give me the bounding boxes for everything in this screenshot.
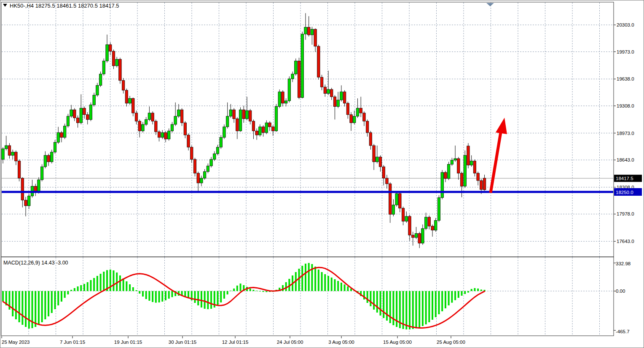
candle: [200, 178, 203, 183]
candle: [399, 194, 401, 208]
chart-canvas[interactable]: 20303.019973.019638.019308.018973.018643…: [0, 0, 644, 348]
macd-bar: [194, 291, 196, 303]
macd-bar: [314, 267, 316, 291]
macd-bar: [250, 289, 251, 291]
time-axis-label: 19 Jun 01:15: [114, 340, 142, 345]
macd-bar: [367, 291, 368, 303]
level-price-label: 18250.0: [616, 190, 633, 195]
candle: [2, 149, 4, 159]
macd-bar: [422, 291, 424, 326]
candle: [15, 152, 17, 161]
candle: [301, 34, 303, 97]
candle: [343, 92, 346, 103]
time-axis-label: 24 Jul 05:00: [277, 340, 303, 345]
macd-label: MACD(12,26,9) 14.43 -3.00: [3, 260, 68, 266]
candle: [314, 29, 317, 46]
candle: [96, 85, 99, 95]
candle: [382, 167, 385, 178]
candle: [435, 221, 437, 230]
candle: [132, 98, 134, 113]
candle: [38, 180, 40, 192]
candle: [93, 95, 95, 105]
candle: [11, 152, 14, 156]
current-price-label: 18417.5: [616, 176, 633, 181]
macd-bar: [240, 283, 241, 291]
candle: [255, 131, 258, 135]
macd-bar: [376, 291, 378, 313]
candle: [246, 111, 248, 119]
candle: [184, 123, 186, 135]
candle: [24, 200, 27, 206]
candle: [376, 157, 378, 162]
macd-bar: [129, 284, 131, 291]
candle: [477, 173, 479, 181]
macd-bar: [308, 263, 310, 291]
macd-bar: [441, 291, 443, 311]
macd-bar: [380, 291, 381, 316]
macd-bar: [119, 275, 121, 291]
candle: [278, 92, 281, 107]
macd-bar: [318, 270, 319, 291]
candle: [272, 127, 274, 131]
candle: [60, 132, 63, 138]
macd-bar: [474, 288, 475, 291]
candle: [259, 127, 261, 135]
macd-bar: [341, 283, 342, 291]
candle: [148, 113, 150, 119]
price-axis-label: 19973.0: [617, 49, 634, 54]
time-axis-label: 12 Jul 01:15: [222, 340, 249, 345]
macd-bar: [74, 288, 75, 291]
candle: [444, 173, 447, 178]
macd-bar: [93, 278, 95, 291]
macd-bar: [2, 291, 4, 301]
candle: [379, 157, 381, 167]
candle: [431, 226, 434, 230]
macd-bar: [454, 291, 456, 300]
macd-bar: [471, 289, 472, 291]
chart-window: 20303.019973.019638.019308.018973.018643…: [0, 0, 644, 348]
candle: [360, 108, 362, 113]
candle: [428, 217, 430, 226]
candle: [418, 233, 421, 243]
macd-bar: [38, 291, 40, 325]
macd-bar: [161, 291, 163, 302]
candle: [151, 113, 154, 121]
macd-bar: [136, 290, 137, 291]
macd-bar: [28, 291, 30, 329]
macd-bar: [321, 272, 323, 291]
macd-bar: [113, 270, 114, 291]
macd-bar: [458, 291, 459, 298]
macd-bar: [425, 291, 427, 324]
candle: [252, 121, 255, 131]
macd-bar: [64, 291, 66, 298]
candle: [424, 217, 427, 229]
candle: [5, 146, 8, 149]
candle: [129, 98, 131, 103]
candle: [366, 121, 368, 132]
macd-bar: [301, 266, 303, 291]
candle: [164, 132, 167, 139]
candle: [122, 81, 124, 90]
macd-bar: [116, 272, 118, 291]
candle: [324, 87, 326, 93]
time-axis-area[interactable]: [0, 336, 614, 348]
candle: [454, 159, 456, 160]
candle: [226, 116, 228, 127]
macd-bar: [386, 291, 388, 321]
candle: [168, 131, 170, 139]
candle: [177, 110, 180, 116]
macd-bar: [448, 291, 450, 305]
macd-bar: [61, 291, 62, 302]
candle: [295, 61, 297, 74]
macd-bar: [48, 291, 49, 316]
candle: [51, 152, 53, 162]
candle: [210, 159, 212, 166]
macd-bar: [412, 291, 414, 329]
candle: [83, 108, 86, 114]
candle: [44, 155, 46, 167]
candle: [408, 216, 411, 235]
macd-bar: [25, 291, 27, 327]
candle: [275, 106, 277, 131]
candle: [412, 235, 414, 237]
macd-bar: [428, 291, 430, 322]
